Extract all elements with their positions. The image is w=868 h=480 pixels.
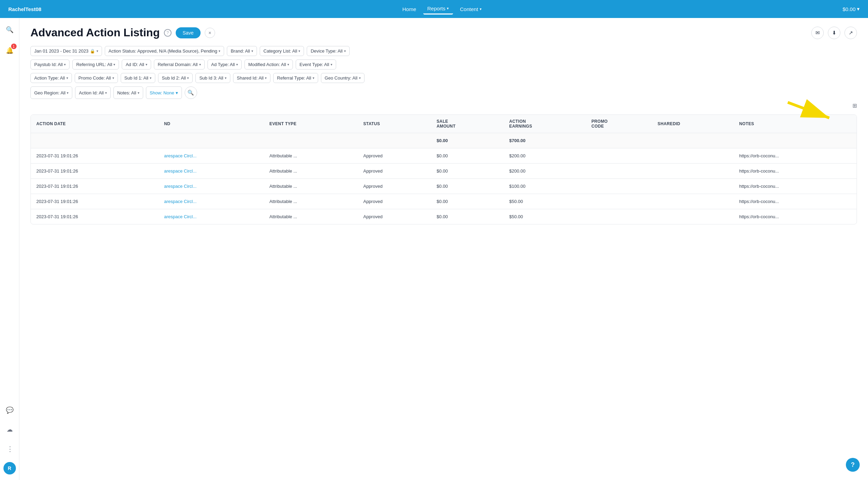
cell-action-date-2: 2023-07-31 19:01:26 — [31, 164, 158, 179]
notes-filter[interactable]: Notes: All ▾ — [113, 86, 143, 99]
referral-domain-filter[interactable]: Referral Domain: All ▾ — [154, 59, 205, 70]
cell-brand-1[interactable]: arespace Circl... — [158, 148, 264, 164]
top-navigation: RachelTest08 Home Reports ▾ Content ▾ $0… — [0, 0, 868, 18]
cell-brand-2[interactable]: arespace Circl... — [158, 164, 264, 179]
event-type-label: Event Type: All — [299, 62, 329, 67]
notification-badge: 1 — [11, 44, 17, 49]
referral-type-filter[interactable]: Referral Type: All ▾ — [273, 73, 318, 83]
col-event-type: EVENT TYPE — [264, 115, 358, 133]
geo-country-filter[interactable]: Geo Country: All ▾ — [321, 73, 364, 83]
sidebar-cloud[interactable]: ☁ — [3, 423, 16, 436]
page-header: Advanced Action Listing ? Save × ✉ ⬇ ↗ — [30, 26, 857, 39]
sub-id1-label: Sub Id 1: All — [124, 75, 148, 81]
download-action-button[interactable]: ⬇ — [828, 27, 840, 39]
cell-notes-4: https://orb-coconu... — [734, 194, 857, 209]
cell-status-5: Approved — [358, 209, 431, 224]
promo-code-label: Promo Code: All — [79, 75, 111, 81]
sidebar-search[interactable]: 🔍 — [3, 24, 16, 36]
cell-event-type-5: Attributable ... — [264, 209, 358, 224]
help-icon[interactable]: ? — [164, 29, 172, 37]
notes-label: Notes: All — [117, 90, 136, 95]
cell-status-1: Approved — [358, 148, 431, 164]
action-status-filter[interactable]: Action Status: Approved, N/A (Media Sour… — [105, 46, 224, 56]
brand-filter[interactable]: Brand: All ▾ — [227, 46, 257, 56]
sidebar-notification[interactable]: 🔔 1 — [3, 44, 16, 57]
totals-action-earnings: $700.00 — [504, 133, 586, 148]
geo-region-filter[interactable]: Geo Region: All ▾ — [30, 86, 72, 99]
header-row: ACTION DATE ND EVENT TYPE STATUS SALEAMO… — [31, 115, 857, 133]
email-action-button[interactable]: ✉ — [811, 27, 824, 39]
cell-notes-1: https://orb-coconu... — [734, 148, 857, 164]
totals-status — [358, 133, 431, 148]
main-content: Advanced Action Listing ? Save × ✉ ⬇ ↗ J… — [19, 18, 868, 480]
content-chevron: ▾ — [480, 7, 482, 11]
cell-earnings-3: $100.00 — [504, 179, 586, 194]
cell-sharedid-2 — [652, 164, 734, 179]
cell-action-date-3: 2023-07-31 19:01:26 — [31, 179, 158, 194]
action-type-filter[interactable]: Action Type: All ▾ — [30, 73, 72, 83]
table-row: 2023-07-31 19:01:26 arespace Circl... At… — [31, 209, 857, 224]
search-button[interactable]: 🔍 — [185, 86, 197, 99]
cell-brand-3[interactable]: arespace Circl... — [158, 179, 264, 194]
page-title: Advanced Action Listing — [30, 26, 160, 39]
col-sale-amount: SALEAMOUNT — [431, 115, 504, 133]
ad-id-filter[interactable]: Ad ID: All ▾ — [122, 59, 151, 70]
modified-action-filter[interactable]: Modified Action: All ▾ — [244, 59, 293, 70]
help-fab[interactable]: ? — [846, 458, 860, 472]
share-action-button[interactable]: ↗ — [844, 27, 857, 39]
sub-id1-filter[interactable]: Sub Id 1: All ▾ — [121, 73, 155, 83]
filter-row-4: Geo Region: All ▾ Action Id: All ▾ Notes… — [30, 86, 857, 99]
device-type-label: Device Type: All — [311, 48, 342, 54]
reports-chevron: ▾ — [447, 6, 449, 11]
sub-id3-filter[interactable]: Sub Id 3: All ▾ — [195, 73, 230, 83]
category-filter[interactable]: Category List: All ▾ — [260, 46, 304, 56]
action-id-filter[interactable]: Action Id: All ▾ — [75, 86, 111, 99]
paystub-filter[interactable]: Paystub Id: All ▾ — [30, 59, 70, 70]
sidebar-avatar[interactable]: R — [3, 462, 16, 474]
date-range-filter[interactable]: Jan 01 2023 - Dec 31 2023 🔒 ▾ — [30, 46, 102, 56]
cell-status-2: Approved — [358, 164, 431, 179]
sidebar-more[interactable]: ⋮ — [3, 443, 16, 455]
action-status-label: Action Status: Approved, N/A (Media Sour… — [109, 48, 217, 54]
cell-sharedid-5 — [652, 209, 734, 224]
nav-balance[interactable]: $0.00 ▾ — [842, 6, 860, 12]
event-type-filter[interactable]: Event Type: All ▾ — [296, 59, 336, 70]
close-button[interactable]: × — [205, 28, 215, 38]
geo-region-label: Geo Region: All — [34, 90, 65, 95]
nav-reports[interactable]: Reports ▾ — [423, 3, 453, 15]
app-body: 🔍 🔔 1 💬 ☁ ⋮ R Advanced Action Listing ? … — [0, 18, 868, 480]
cell-brand-5[interactable]: arespace Circl... — [158, 209, 264, 224]
show-label: Show: None — [150, 90, 174, 95]
sidebar-chat[interactable]: 💬 — [3, 404, 16, 416]
show-filter[interactable]: Show: None ▾ — [146, 86, 182, 99]
shared-id-filter[interactable]: Shared Id: All ▾ — [233, 73, 270, 83]
category-label: Category List: All — [264, 48, 297, 54]
totals-sharedid — [652, 133, 734, 148]
referring-url-filter[interactable]: Referring URL: All ▾ — [72, 59, 119, 70]
brand-label: Brand: All — [231, 48, 250, 54]
promo-code-filter[interactable]: Promo Code: All ▾ — [75, 73, 118, 83]
ad-type-filter[interactable]: Ad Type: All ▾ — [207, 59, 242, 70]
device-type-filter[interactable]: Device Type: All ▾ — [307, 46, 349, 56]
nav-home[interactable]: Home — [398, 4, 420, 14]
cell-event-type-3: Attributable ... — [264, 179, 358, 194]
cell-promo-2 — [586, 164, 652, 179]
save-button[interactable]: Save — [176, 27, 201, 38]
columns-toggle-button[interactable]: ⊞ — [852, 102, 857, 109]
totals-nd — [158, 133, 264, 148]
cell-earnings-2: $200.00 — [504, 164, 586, 179]
nav-content[interactable]: Content ▾ — [456, 4, 486, 14]
table-row: 2023-07-31 19:01:26 arespace Circl... At… — [31, 179, 857, 194]
totals-notes — [734, 133, 857, 148]
col-sharedid: SHAREDID — [652, 115, 734, 133]
table-row: 2023-07-31 19:01:26 arespace Circl... At… — [31, 194, 857, 209]
cell-sharedid-3 — [652, 179, 734, 194]
cell-notes-5: https://orb-coconu... — [734, 209, 857, 224]
sub-id2-filter[interactable]: Sub Id 2: All ▾ — [158, 73, 193, 83]
action-id-label: Action Id: All — [79, 90, 104, 95]
totals-sale-amount: $0.00 — [431, 133, 504, 148]
cell-brand-4[interactable]: arespace Circl... — [158, 194, 264, 209]
sub-id3-label: Sub Id 3: All — [199, 75, 223, 81]
referral-domain-label: Referral Domain: All — [158, 62, 198, 67]
category-chevron: ▾ — [298, 49, 300, 53]
